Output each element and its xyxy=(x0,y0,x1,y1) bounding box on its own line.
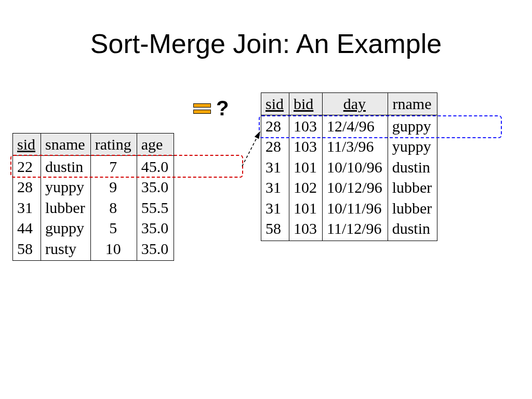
cell: 10/12/96 xyxy=(323,177,388,197)
col-sname: sname xyxy=(41,134,91,156)
cell: rusty xyxy=(41,238,91,261)
question-mark: ? xyxy=(216,97,229,120)
cell: 10 xyxy=(90,238,137,261)
slide: Sort-Merge Join: An Example ? sid sname … xyxy=(0,0,532,399)
table-row: 22 dustin 7 45.0 xyxy=(13,155,174,176)
cell: yuppy xyxy=(41,176,91,197)
cell: 31 xyxy=(261,156,289,177)
table-row: 31 102 10/12/96 lubber xyxy=(261,177,437,197)
cell: 55.5 xyxy=(137,197,174,218)
cell: 103 xyxy=(289,115,323,136)
svg-line-0 xyxy=(242,132,260,166)
cell: 8 xyxy=(90,197,137,218)
col-bid: bid xyxy=(289,93,323,115)
table-row: 28 103 11/3/96 yuppy xyxy=(261,136,437,156)
cell: 9 xyxy=(90,176,137,197)
cell: 12/4/96 xyxy=(323,115,388,136)
cell: 58 xyxy=(13,238,41,261)
cell: 22 xyxy=(13,155,41,176)
cell: 11/3/96 xyxy=(323,136,388,156)
reserves-table: sid bid day rname 28 103 12/4/96 guppy 2… xyxy=(261,92,437,241)
cell: 28 xyxy=(261,136,289,156)
cell: 31 xyxy=(261,197,289,218)
cell: 28 xyxy=(261,115,289,136)
col-rating: rating xyxy=(90,134,137,156)
cell: lubber xyxy=(388,197,437,218)
table-header-row: sid sname rating age xyxy=(13,134,174,156)
equals-icon xyxy=(193,103,211,114)
table-row: 58 103 11/12/96 dustin xyxy=(261,218,437,241)
table-row: 28 103 12/4/96 guppy xyxy=(261,115,437,136)
comparison-label: ? xyxy=(193,97,229,120)
cell: 5 xyxy=(90,217,137,238)
cell: dustin xyxy=(41,155,91,176)
cell: 35.0 xyxy=(137,176,174,197)
cell: yuppy xyxy=(388,136,437,156)
cell: 44 xyxy=(13,217,41,238)
cell: dustin xyxy=(388,156,437,177)
col-rname: rname xyxy=(388,93,437,115)
cell: 101 xyxy=(289,156,323,177)
col-age: age xyxy=(137,134,174,156)
cell: guppy xyxy=(388,115,437,136)
cell: 101 xyxy=(289,197,323,218)
table-row: 44 guppy 5 35.0 xyxy=(13,217,174,238)
cell: 28 xyxy=(13,176,41,197)
cell: 10/10/96 xyxy=(323,156,388,177)
cell: 35.0 xyxy=(137,217,174,238)
cell: 45.0 xyxy=(137,155,174,176)
cell: 7 xyxy=(90,155,137,176)
table-header-row: sid bid day rname xyxy=(261,93,437,115)
table-row: 31 101 10/11/96 lubber xyxy=(261,197,437,218)
col-sid: sid xyxy=(261,93,289,115)
table-row: 28 yuppy 9 35.0 xyxy=(13,176,174,197)
cell: 103 xyxy=(289,218,323,241)
cell: 102 xyxy=(289,177,323,197)
slide-title: Sort-Merge Join: An Example xyxy=(0,28,532,59)
cell: 31 xyxy=(261,177,289,197)
cell: 11/12/96 xyxy=(323,218,388,241)
col-sid: sid xyxy=(13,134,41,156)
sailors-table: sid sname rating age 22 dustin 7 45.0 28… xyxy=(12,133,174,261)
cell: 58 xyxy=(261,218,289,241)
col-day: day xyxy=(323,93,388,115)
table-row: 31 lubber 8 55.5 xyxy=(13,197,174,218)
cell: 10/11/96 xyxy=(323,197,388,218)
cell: dustin xyxy=(388,218,437,241)
cell: 31 xyxy=(13,197,41,218)
cell: lubber xyxy=(388,177,437,197)
table-row: 31 101 10/10/96 dustin xyxy=(261,156,437,177)
cell: guppy xyxy=(41,217,91,238)
cell: lubber xyxy=(41,197,91,218)
cell: 103 xyxy=(289,136,323,156)
cell: 35.0 xyxy=(137,238,174,261)
table-row: 58 rusty 10 35.0 xyxy=(13,238,174,261)
